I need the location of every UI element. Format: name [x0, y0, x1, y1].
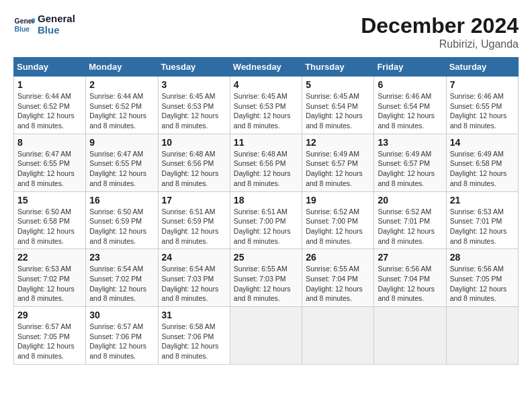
day-info: Sunrise: 6:52 AM Sunset: 7:00 PM Dayligh… [306, 207, 370, 246]
week-row-2: 8 Sunrise: 6:47 AM Sunset: 6:55 PM Dayli… [14, 134, 519, 191]
sunrise-label: Sunrise: 6:46 AM [450, 92, 504, 100]
daylight-label: Daylight: 12 hours [234, 227, 291, 235]
sunrise-label: Sunrise: 6:52 AM [306, 208, 359, 216]
daylight-minutes: and 8 minutes. [450, 179, 496, 187]
sunset-label: Sunset: 6:59 PM [162, 217, 214, 225]
daylight-minutes: and 8 minutes. [378, 237, 424, 245]
daylight-minutes: and 8 minutes. [89, 237, 136, 245]
day-number: 22 [17, 252, 82, 263]
sunrise-label: Sunrise: 6:52 AM [378, 208, 431, 216]
daylight-minutes: and 8 minutes. [17, 294, 64, 302]
daylight-minutes: and 8 minutes. [306, 237, 352, 245]
day-info: Sunrise: 6:51 AM Sunset: 7:00 PM Dayligh… [234, 207, 298, 246]
sunset-label: Sunset: 6:57 PM [306, 159, 358, 167]
sunrise-label: Sunrise: 6:45 AM [234, 92, 287, 100]
calendar-cell: 24 Sunrise: 6:54 AM Sunset: 7:03 PM Dayl… [158, 249, 230, 307]
daylight-label: Daylight: 12 hours [450, 227, 507, 235]
day-number: 9 [89, 137, 154, 148]
day-number: 21 [450, 195, 515, 205]
page-header: General Blue General Blue December 2024 … [13, 13, 519, 50]
day-info: Sunrise: 6:44 AM Sunset: 6:52 PM Dayligh… [17, 91, 82, 131]
daylight-minutes: and 8 minutes. [378, 122, 424, 130]
sunset-label: Sunset: 7:06 PM [89, 332, 142, 340]
sunset-label: Sunset: 6:56 PM [234, 159, 286, 167]
calendar-cell: 1 Sunrise: 6:44 AM Sunset: 6:52 PM Dayli… [14, 77, 86, 134]
daylight-minutes: and 8 minutes. [234, 237, 280, 245]
sunset-label: Sunset: 6:55 PM [450, 102, 502, 110]
daylight-label: Daylight: 12 hours [89, 342, 146, 350]
sunrise-label: Sunrise: 6:44 AM [17, 92, 71, 100]
daylight-minutes: and 8 minutes. [450, 237, 496, 245]
sunrise-label: Sunrise: 6:53 AM [17, 265, 71, 273]
day-info: Sunrise: 6:54 AM Sunset: 7:02 PM Dayligh… [89, 264, 154, 304]
daylight-minutes: and 8 minutes. [17, 122, 64, 130]
sunrise-label: Sunrise: 6:47 AM [17, 150, 71, 158]
sunrise-label: Sunrise: 6:48 AM [234, 150, 287, 158]
calendar-cell: 11 Sunrise: 6:48 AM Sunset: 6:56 PM Dayl… [230, 134, 302, 191]
daylight-minutes: and 8 minutes. [234, 294, 280, 302]
daylight-label: Daylight: 12 hours [306, 227, 363, 235]
daylight-minutes: and 8 minutes. [89, 352, 136, 360]
day-number: 4 [234, 79, 298, 90]
day-number: 15 [17, 195, 82, 205]
day-info: Sunrise: 6:46 AM Sunset: 6:55 PM Dayligh… [450, 91, 515, 131]
daylight-label: Daylight: 12 hours [162, 285, 219, 293]
month-year-title: December 2024 [361, 13, 519, 38]
weekday-header-sunday: Sunday [14, 58, 86, 77]
sunset-label: Sunset: 7:03 PM [234, 275, 286, 283]
daylight-label: Daylight: 12 hours [162, 342, 219, 350]
calendar-cell: 15 Sunrise: 6:50 AM Sunset: 6:58 PM Dayl… [14, 191, 86, 249]
daylight-minutes: and 8 minutes. [17, 179, 64, 187]
calendar-cell: 4 Sunrise: 6:45 AM Sunset: 6:53 PM Dayli… [230, 77, 302, 134]
sunset-label: Sunset: 7:00 PM [234, 217, 286, 225]
daylight-minutes: and 8 minutes. [234, 179, 280, 187]
calendar-cell: 28 Sunrise: 6:56 AM Sunset: 7:05 PM Dayl… [446, 249, 518, 307]
day-info: Sunrise: 6:54 AM Sunset: 7:03 PM Dayligh… [162, 264, 226, 304]
calendar-cell: 21 Sunrise: 6:53 AM Sunset: 7:01 PM Dayl… [446, 191, 518, 249]
daylight-label: Daylight: 12 hours [162, 227, 219, 235]
day-info: Sunrise: 6:56 AM Sunset: 7:05 PM Dayligh… [450, 264, 515, 304]
sunrise-label: Sunrise: 6:57 AM [17, 322, 71, 330]
daylight-minutes: and 8 minutes. [306, 122, 352, 130]
sunrise-label: Sunrise: 6:49 AM [450, 150, 504, 158]
daylight-label: Daylight: 12 hours [89, 169, 146, 177]
calendar-cell: 23 Sunrise: 6:54 AM Sunset: 7:02 PM Dayl… [86, 249, 158, 307]
day-info: Sunrise: 6:52 AM Sunset: 7:01 PM Dayligh… [378, 207, 442, 246]
day-number: 6 [378, 79, 442, 90]
day-number: 10 [162, 137, 226, 148]
day-number: 1 [17, 79, 82, 90]
daylight-label: Daylight: 12 hours [306, 111, 363, 120]
day-info: Sunrise: 6:45 AM Sunset: 6:54 PM Dayligh… [306, 91, 370, 131]
day-info: Sunrise: 6:49 AM Sunset: 6:57 PM Dayligh… [306, 149, 370, 189]
calendar-cell: 25 Sunrise: 6:55 AM Sunset: 7:03 PM Dayl… [230, 249, 302, 307]
daylight-label: Daylight: 12 hours [234, 169, 291, 177]
day-info: Sunrise: 6:55 AM Sunset: 7:03 PM Dayligh… [234, 264, 298, 304]
sunrise-label: Sunrise: 6:51 AM [234, 208, 287, 216]
sunset-label: Sunset: 7:03 PM [162, 275, 214, 283]
daylight-label: Daylight: 12 hours [450, 285, 507, 293]
daylight-minutes: and 8 minutes. [89, 294, 136, 302]
day-number: 25 [234, 252, 298, 263]
day-number: 13 [378, 137, 442, 148]
day-info: Sunrise: 6:53 AM Sunset: 7:02 PM Dayligh… [17, 264, 82, 304]
day-info: Sunrise: 6:53 AM Sunset: 7:01 PM Dayligh… [450, 207, 515, 246]
calendar-cell: 16 Sunrise: 6:50 AM Sunset: 6:59 PM Dayl… [86, 191, 158, 249]
calendar-cell: 13 Sunrise: 6:49 AM Sunset: 6:57 PM Dayl… [374, 134, 446, 191]
calendar-cell: 12 Sunrise: 6:49 AM Sunset: 6:57 PM Dayl… [302, 134, 374, 191]
sunset-label: Sunset: 6:53 PM [162, 102, 214, 110]
sunrise-label: Sunrise: 6:54 AM [162, 265, 216, 273]
sunrise-label: Sunrise: 6:56 AM [450, 265, 504, 273]
sunrise-label: Sunrise: 6:58 AM [162, 322, 216, 330]
sunrise-label: Sunrise: 6:55 AM [234, 265, 287, 273]
daylight-label: Daylight: 12 hours [162, 169, 219, 177]
calendar-cell: 8 Sunrise: 6:47 AM Sunset: 6:55 PM Dayli… [14, 134, 86, 191]
weekday-header-monday: Monday [86, 58, 158, 77]
calendar-cell: 5 Sunrise: 6:45 AM Sunset: 6:54 PM Dayli… [302, 77, 374, 134]
day-number: 2 [89, 79, 154, 90]
daylight-label: Daylight: 12 hours [89, 285, 146, 293]
sunset-label: Sunset: 6:59 PM [89, 217, 142, 225]
calendar-cell [374, 307, 446, 365]
daylight-label: Daylight: 12 hours [89, 227, 146, 235]
day-info: Sunrise: 6:57 AM Sunset: 7:05 PM Dayligh… [17, 322, 82, 361]
sunset-label: Sunset: 6:53 PM [234, 102, 286, 110]
